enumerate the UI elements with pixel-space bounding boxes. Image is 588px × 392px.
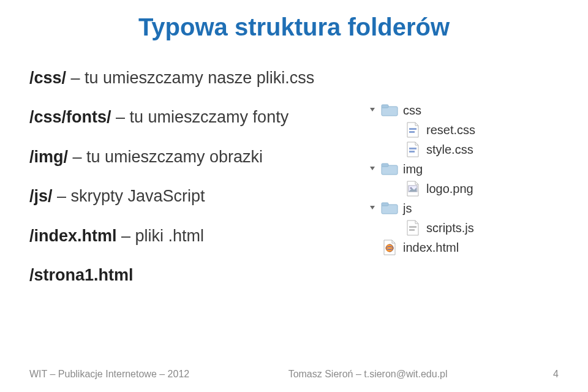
path-description: – tu umieszczamy nasze pliki.css	[66, 69, 314, 87]
svg-rect-14	[382, 203, 388, 206]
content-row: /css/ – tu umieszczamy nasze pliki.css/c…	[29, 67, 559, 304]
svg-rect-4	[409, 131, 415, 133]
description-item: /css/fonts/ – tu umieszczamy fonty	[29, 106, 350, 128]
disclosure-triangle-icon	[369, 204, 377, 213]
path-label: /img/	[29, 148, 68, 166]
file-icon	[404, 123, 421, 137]
tree-folder-row: css	[369, 100, 559, 120]
tree-file-row: reset.css	[369, 120, 559, 140]
folder-icon	[381, 104, 398, 117]
svg-rect-2	[382, 105, 388, 108]
file-icon	[404, 182, 421, 195]
svg-rect-6	[409, 151, 415, 153]
svg-rect-15	[409, 226, 417, 228]
footer: WIT – Publikacje Internetowe – 2012 Toma…	[29, 369, 559, 380]
description-item: /img/ – tu umieszczamy obrazki	[29, 146, 350, 168]
tree-item-label: reset.css	[426, 123, 475, 137]
tree-file-row: logo.png	[369, 179, 559, 198]
path-description: – pliki .html	[117, 227, 205, 245]
description-item: /css/ – tu umieszczamy nasze pliki.css	[29, 67, 350, 89]
svg-marker-0	[370, 108, 375, 111]
file-icon	[404, 221, 421, 235]
disclosure-triangle-icon	[369, 165, 377, 173]
path-label: /js/	[29, 187, 53, 205]
path-label: /strona1.html	[29, 266, 134, 284]
footer-left: WIT – Publikacje Internetowe – 2012	[29, 369, 189, 380]
description-item: /strona1.html	[29, 264, 350, 286]
path-description: – tu umieszczamy fonty	[111, 108, 289, 126]
file-tree: cssreset.cssstyle.cssimglogo.pngjsscript…	[369, 67, 559, 304]
file-icon	[404, 143, 421, 156]
tree-item-label: scripts.js	[426, 221, 474, 235]
svg-rect-3	[409, 128, 417, 130]
tree-file-row: index.html	[369, 238, 559, 257]
path-label: /index.html	[29, 227, 117, 245]
svg-rect-9	[382, 164, 388, 167]
tree-file-row: scripts.js	[369, 218, 559, 238]
tree-item-label: img	[403, 162, 423, 176]
tree-item-label: js	[403, 202, 412, 216]
path-description: – tu umieszczamy obrazki	[68, 148, 263, 166]
tree-item-label: logo.png	[426, 182, 473, 196]
tree-item-label: css	[403, 104, 421, 118]
footer-center: Tomasz Sieroń – t.sieron@wit.edu.pl	[288, 369, 448, 380]
slide: Typowa struktura folderów /css/ – tu umi…	[0, 0, 588, 392]
description-item: /js/ – skrypty JavaScript	[29, 185, 350, 207]
tree-folder-row: js	[369, 198, 559, 218]
path-label: /css/fonts/	[29, 108, 111, 126]
path-description: – skrypty JavaScript	[53, 187, 205, 205]
file-icon	[381, 241, 398, 254]
svg-rect-16	[409, 229, 415, 231]
page-number: 4	[546, 369, 559, 380]
svg-marker-12	[370, 206, 375, 209]
svg-rect-5	[409, 148, 417, 149]
svg-marker-7	[370, 167, 375, 170]
tree-item-label: style.css	[426, 143, 473, 157]
folder-description-list: /css/ – tu umieszczamy nasze pliki.css/c…	[29, 67, 350, 304]
folder-icon	[381, 202, 398, 215]
folder-icon	[381, 162, 398, 176]
tree-file-row: style.css	[369, 140, 559, 159]
tree-folder-row: img	[369, 159, 559, 179]
tree-item-label: index.html	[403, 241, 459, 255]
description-item: /index.html – pliki .html	[29, 225, 350, 247]
disclosure-triangle-icon	[369, 106, 377, 115]
page-title: Typowa struktura folderów	[29, 13, 559, 41]
path-label: /css/	[29, 69, 66, 87]
